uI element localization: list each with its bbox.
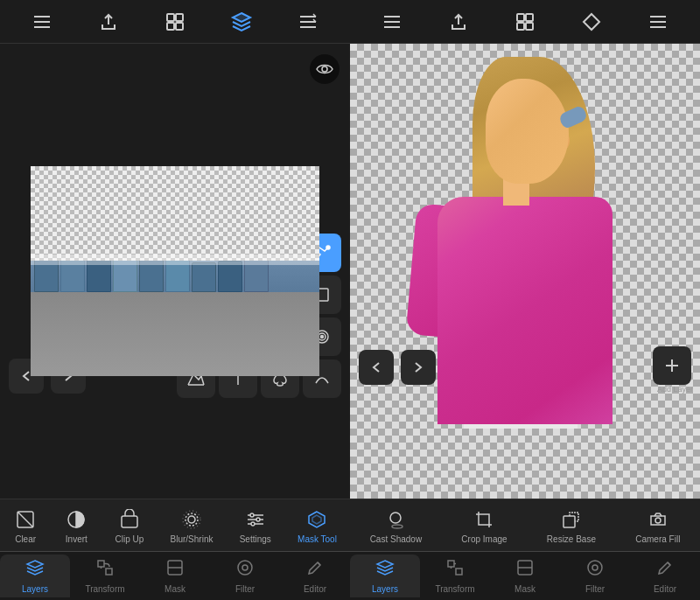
eye-icon[interactable] [310, 54, 340, 84]
camera-fill-icon [646, 507, 670, 532]
svg-point-53 [251, 522, 255, 526]
svg-marker-7 [233, 13, 250, 22]
right-transform-tab[interactable]: Transform [420, 555, 490, 597]
blur-shrink-action[interactable]: Blur/Shrink [171, 507, 214, 544]
hut-8 [218, 261, 242, 292]
left-action-bar: Clear Invert Clip Up Blur/Shrink Setting… [0, 499, 350, 551]
left-mask-tab-icon [165, 558, 185, 582]
invert-label: Invert [66, 534, 88, 544]
cast-shadow-label: Cast Shadow [370, 534, 422, 544]
svg-marker-54 [27, 561, 43, 568]
left-mask-tab[interactable]: Mask [140, 555, 210, 597]
right-mask-tab-label: Mask [514, 584, 536, 594]
share-icon[interactable] [95, 9, 122, 35]
grid-icon[interactable] [162, 9, 188, 35]
svg-point-77 [390, 513, 401, 523]
beach-ground [31, 292, 319, 376]
right-share-icon[interactable] [445, 9, 472, 35]
left-filter-tab-icon [235, 558, 255, 582]
svg-rect-79 [564, 516, 575, 527]
right-mask-tab[interactable]: Mask [490, 555, 560, 597]
left-panel: Clear Invert Clip Up Blur/Shrink Setting… [0, 0, 350, 600]
svg-point-62 [242, 565, 248, 570]
right-grid-icon[interactable] [512, 9, 538, 35]
svg-point-80 [655, 518, 661, 523]
left-editor-tab-icon [305, 558, 325, 582]
svg-line-90 [668, 562, 670, 565]
right-layers-tab[interactable]: Layers [350, 555, 420, 597]
svg-point-37 [321, 336, 324, 338]
right-panel: Add Layer Cast Shadow Crop Image Resize … [350, 0, 700, 600]
right-editor-tab-icon [655, 558, 675, 582]
crop-image-action[interactable]: Crop Image [461, 507, 507, 544]
face [486, 79, 569, 184]
stack-icon[interactable] [295, 9, 321, 35]
right-transform-tab-label: Transform [435, 584, 474, 594]
svg-rect-82 [448, 561, 454, 567]
camera-fill-action[interactable]: Camera Fill [635, 507, 680, 544]
left-transform-tab-label: Transform [85, 584, 124, 594]
svg-point-78 [392, 525, 402, 528]
svg-point-89 [592, 565, 598, 570]
blur-shrink-icon [179, 507, 204, 532]
right-filter-tab[interactable]: Filter [560, 555, 630, 597]
right-diamond-icon[interactable] [578, 9, 605, 35]
right-menu-icon[interactable] [379, 9, 405, 35]
left-layers-tab[interactable]: Layers [0, 555, 70, 597]
left-transform-tab[interactable]: Transform [70, 555, 140, 597]
svg-rect-44 [122, 516, 137, 527]
right-transform-tab-icon [445, 558, 465, 582]
mask-tool-label: Mask Tool [298, 534, 337, 544]
resize-base-icon [559, 507, 584, 532]
cast-shadow-icon [383, 507, 408, 532]
svg-line-63 [318, 562, 320, 565]
right-editor-tab[interactable]: Editor [630, 555, 700, 597]
clear-icon [13, 507, 38, 532]
cast-shadow-action[interactable]: Cast Shadow [370, 507, 422, 544]
left-canvas-area [0, 44, 350, 499]
svg-rect-68 [526, 14, 533, 21]
right-bottom-nav: Layers Transform Mask Filter Editor [350, 551, 700, 600]
svg-rect-4 [176, 14, 183, 21]
layers-active-icon[interactable] [228, 9, 255, 35]
add-layer-label: Add Layer [657, 385, 693, 394]
svg-rect-70 [526, 23, 533, 30]
hut-7 [192, 262, 216, 292]
add-layer-btn[interactable] [653, 346, 691, 385]
svg-rect-6 [176, 23, 183, 30]
left-top-toolbar [0, 0, 350, 44]
right-stack-icon[interactable] [645, 9, 671, 35]
left-editor-tab-label: Editor [304, 584, 326, 594]
right-layers-tab-icon [375, 558, 395, 582]
svg-point-88 [588, 561, 602, 575]
svg-point-13 [322, 66, 327, 72]
left-filter-tab-label: Filter [235, 584, 255, 594]
clip-up-icon [117, 507, 142, 532]
invert-icon [64, 507, 88, 532]
svg-rect-83 [456, 569, 462, 575]
settings-action[interactable]: Settings [240, 507, 271, 544]
left-layers-tab-icon [25, 558, 45, 582]
clear-label: Clear [15, 534, 36, 544]
left-filter-tab[interactable]: Filter [210, 555, 280, 597]
svg-rect-3 [167, 14, 174, 21]
menu-icon[interactable] [29, 9, 55, 35]
resize-base-label: Resize Base [547, 534, 596, 544]
resize-base-action[interactable]: Resize Base [547, 507, 596, 544]
right-top-toolbar [350, 0, 700, 44]
mask-indicator [31, 255, 319, 265]
svg-point-22 [326, 246, 330, 249]
transparency-area [31, 166, 319, 261]
clip-up-action[interactable]: Clip Up [116, 507, 144, 544]
left-editor-tab[interactable]: Editor [280, 555, 350, 597]
right-filter-tab-icon [585, 558, 605, 582]
svg-rect-55 [98, 561, 104, 567]
mask-tool-action[interactable]: Mask Tool [298, 507, 337, 544]
crop-image-icon [472, 507, 496, 532]
invert-action[interactable]: Invert [64, 507, 88, 544]
svg-rect-5 [167, 23, 174, 30]
beach-image-canvas [31, 166, 319, 376]
clear-action[interactable]: Clear [13, 507, 38, 544]
svg-point-61 [238, 561, 252, 575]
cardigan-body [438, 197, 612, 424]
